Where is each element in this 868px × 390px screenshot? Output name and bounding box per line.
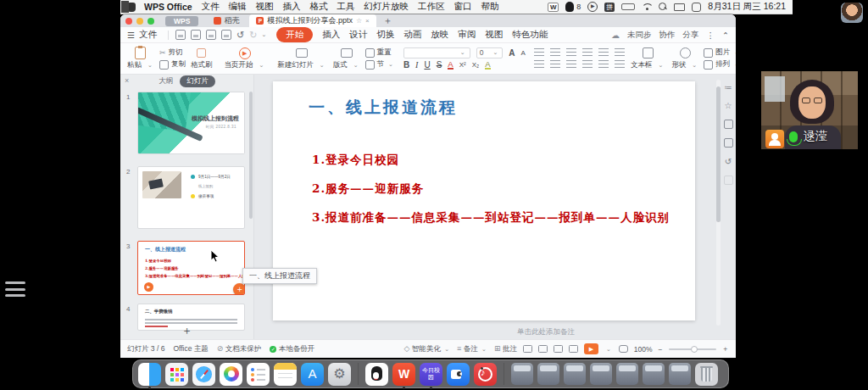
qq-status-icon[interactable] [565,2,574,12]
dock-netease-music-icon[interactable] [474,363,497,386]
local-backup-status[interactable]: ✓ 本地备份开 [270,344,314,354]
spotlight-search-icon[interactable] [659,3,667,11]
dock-settings-icon[interactable]: ⚙ [328,363,351,386]
zoom-in-button[interactable]: ＋ [722,344,730,354]
highlight-color-button[interactable]: A [485,60,490,70]
tab-animation[interactable]: 动画 [403,29,421,41]
slide-canvas[interactable]: 一、线上报道流程 1.登录今日校园 2.服务——迎新服务 3.报道前准备——信息… [273,81,695,320]
slide-bullet-1[interactable]: 1.登录今日校园 [312,153,399,168]
zoom-slider[interactable] [669,348,716,350]
slide-title[interactable]: 一、线上报道流程 [309,97,458,119]
new-tab-button[interactable]: ＋ [383,14,392,27]
dock-minimized-window[interactable] [511,363,533,385]
presenter-view-icon[interactable] [569,345,578,353]
slide-bullet-2[interactable]: 2.服务——迎新服务 [312,181,424,197]
dock-notes-icon[interactable] [274,363,297,386]
slide-bullet-3[interactable]: 3.报道前准备——信息采集——到站登记——报到单——人脸识别 [312,210,670,226]
font-color-button[interactable]: A [448,60,453,70]
dock-minimized-window[interactable] [590,363,612,385]
paste-button[interactable]: 粘贴⌄ [124,45,158,72]
zoom-window-button[interactable] [147,18,154,25]
italic-button[interactable]: I [415,60,418,70]
print-icon[interactable] [206,30,216,40]
smart-beautify-button[interactable]: ◇ 智能美化 ⌄ [404,344,452,354]
tab-home[interactable]: 开始 [276,27,313,42]
menu-help[interactable]: 帮助 [481,1,499,13]
increase-font-icon[interactable]: A [509,48,515,58]
output-icon[interactable] [191,30,201,40]
layout-button[interactable]: 版式⌄ [330,45,364,72]
reset-button[interactable]: 重置 [365,47,395,58]
tab-design[interactable]: 设计 [349,29,367,41]
align-left-icon[interactable] [534,60,544,69]
shapes-button[interactable]: 形状⌄ [668,45,702,72]
redo-icon[interactable]: ↻ [249,31,257,40]
dock-appstore-icon[interactable]: A [301,363,324,386]
sync-status[interactable]: 未同步 [627,30,652,41]
font-size-combobox[interactable]: 0⌄ [476,47,504,58]
thumbnail-play-button[interactable]: ▶ [144,282,153,292]
dock-minimized-window[interactable] [669,363,691,385]
textbox-button[interactable]: 文本框⌄ [627,45,668,72]
add-slide-button[interactable]: ＋ [181,323,192,338]
docer-tab[interactable]: 稻壳 [207,15,246,26]
battery-icon[interactable] [621,3,635,10]
tab-transition[interactable]: 切换 [376,29,394,41]
tab-features[interactable]: 特色功能 [512,29,548,41]
format-painter-button[interactable]: 格式刷 [187,45,216,72]
notes-button[interactable]: ≡ 备注 ⌄ [457,344,488,354]
subscript-button[interactable]: X₂ [472,61,479,69]
numbering-icon[interactable] [550,48,560,57]
history-icon[interactable]: ↺ [725,157,732,166]
pin-tab-icon[interactable]: ☆ [356,17,362,25]
dock-minimized-window[interactable] [616,363,638,385]
reading-view-icon[interactable] [554,345,563,353]
text-direction-icon[interactable] [615,48,625,57]
zoom-slider-knob[interactable] [691,346,698,353]
dock-minimized-window[interactable] [643,363,665,385]
dock-launchpad-icon[interactable] [165,363,188,386]
notes-placeholder[interactable]: 单击此处添加备注 [517,327,575,337]
underline-button[interactable]: U [424,60,430,70]
new-slide-button[interactable]: 新建幻灯片⌄ [274,45,329,72]
comments-button[interactable]: ⊞ 批注 [494,344,517,354]
dock-qq-icon[interactable] [365,363,388,386]
zoom-out-button[interactable]: − [659,345,663,354]
close-panel-icon[interactable]: × [125,76,129,85]
undo-icon[interactable]: ↺ [236,31,244,40]
normal-view-icon[interactable] [523,345,532,353]
theme-name[interactable]: Office 主题 [173,344,208,354]
columns-icon[interactable] [615,60,625,69]
dock-minimized-window[interactable] [537,363,559,385]
menu-format[interactable]: 格式 [310,1,328,13]
slide-thumbnail-1[interactable]: 模拟线上报到流程 时间 2022.8.31 [137,92,245,154]
quickbar-caret-icon[interactable]: ⌄ [261,31,266,38]
dock-reminders-icon[interactable] [247,363,270,386]
bullets-icon[interactable] [534,48,544,57]
vertical-scrollbar[interactable] [716,80,721,326]
align-center-icon[interactable] [550,60,560,69]
dock-safari-icon[interactable] [192,363,215,386]
slides-tab[interactable]: 幻灯片 [180,75,215,87]
wps-home-button[interactable]: WPS [165,16,198,26]
fit-slide-icon[interactable] [619,345,628,353]
close-tab-icon[interactable]: × [365,17,370,25]
tab-view[interactable]: 视图 [485,29,503,41]
line-spacing-icon[interactable] [598,48,609,57]
slide-thumbnail-3-selected[interactable]: 一、线上报道流程 1.登录今日校园 2.服务——迎新服务 3.报道前准备——信息… [137,241,245,295]
font-family-combobox[interactable]: ⌄ [403,47,470,58]
hamburger-menu-icon[interactable]: ☰ [127,31,135,40]
align-right-icon[interactable] [566,60,576,69]
collaborate-button[interactable]: 协作 [659,30,676,41]
tab-insert[interactable]: 插入 [322,29,340,41]
play-options-caret[interactable]: ⌄ [606,346,611,353]
play-from-current-button[interactable]: ▶ 当页开始⌄ [220,45,269,72]
arrange-button[interactable]: 排列⌄ [704,58,736,70]
superscript-button[interactable]: X² [459,61,466,69]
active-document-tab[interactable]: P 模拟线上报到分享会.pptx ☆ × [249,14,376,27]
slide-thumbnail-2[interactable]: 9月1日——9月2日 线上报到 缴费事项 [137,166,245,229]
wps-status-icon[interactable]: W [548,3,559,12]
beautify-icon[interactable]: ☆ [725,101,732,110]
distribute-icon[interactable] [598,60,609,69]
dock-finder-icon[interactable] [138,363,161,386]
